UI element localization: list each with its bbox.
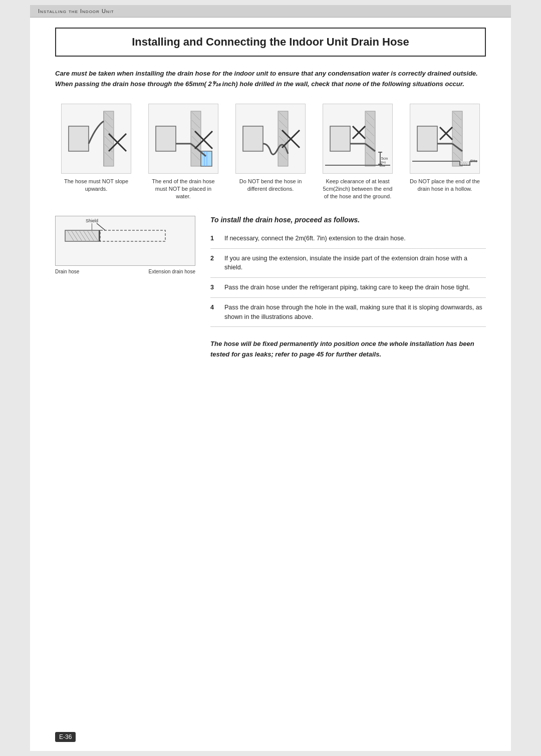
right-instructions: To install the drain hose, proceed as fo… — [210, 216, 486, 360]
svg-rect-32 — [243, 126, 263, 151]
drain-hose-label: Drain hose — [55, 269, 79, 274]
page-number: E-36 — [55, 732, 76, 742]
header-label: Installing the Indoor Unit — [38, 8, 114, 14]
diagram-item-2: The end of the drain hose must NOT be pl… — [142, 104, 224, 201]
diagram-caption-4: Keep clearance of at least 5cm(2inch) be… — [323, 178, 393, 201]
extension-label: Extension drain hose — [149, 269, 195, 274]
hose-diagram-box: Shield — [55, 216, 195, 266]
instruction-num-1: 1 — [210, 234, 218, 243]
header-bar: Installing the Indoor Unit — [30, 5, 511, 18]
instruction-num-2: 2 — [210, 254, 218, 273]
diagrams-row: The hose must NOT slope upwards. — [55, 104, 486, 201]
intro-text: Care must be taken when installing the d… — [55, 69, 486, 90]
diagram-box-3 — [235, 104, 306, 174]
page-title: Installing and Connecting the Indoor Uni… — [55, 28, 486, 57]
instruction-text-3: Pass the drain hose under the refrigeran… — [224, 283, 470, 292]
svg-rect-18 — [156, 126, 176, 151]
diagram-box-1 — [61, 104, 131, 174]
diagram-caption-3: Do NOT bend the hose in different direct… — [235, 178, 306, 193]
instruction-row-3: 3 Pass the drain hose under the refriger… — [210, 278, 486, 298]
diagram-item-3: Do NOT bend the hose in different direct… — [229, 104, 312, 201]
svg-text:5cm: 5cm — [381, 157, 388, 160]
instruction-row-1: 1 If necessary, connect the 2m(6ft. 7in)… — [210, 229, 486, 249]
diagram-item-4: 5cm (2in) less Keep clearance of at leas… — [317, 104, 399, 201]
page: Installing the Indoor Unit Installing an… — [30, 5, 511, 751]
hose-diagram-container: Shield — [55, 216, 195, 360]
instructions-title: To install the drain hose, proceed as fo… — [210, 216, 486, 224]
diagram-caption-2: The end of the drain hose must NOT be pl… — [148, 178, 218, 201]
diagram-caption-5: Do NOT place the end of the drain hose i… — [410, 178, 480, 193]
diagram-box-2 — [148, 104, 218, 174]
instruction-num-4: 4 — [210, 303, 218, 322]
svg-text:(2in): (2in) — [380, 161, 386, 164]
instruction-text-4: Pass the drain hose through the hole in … — [224, 303, 486, 322]
lower-section: Shield — [55, 216, 486, 360]
content: Installing and Connecting the Indoor Uni… — [30, 18, 511, 380]
hose-diagram-labels: Drain hose Extension drain hose — [55, 269, 195, 274]
instruction-row-4: 4 Pass the drain hose through the hole i… — [210, 298, 486, 327]
svg-text:less: less — [380, 164, 385, 167]
svg-rect-78 — [100, 230, 165, 241]
instruction-text-2: If you are using the extension, insulate… — [224, 254, 486, 273]
diagram-item-1: The hose must NOT slope upwards. — [55, 104, 137, 201]
diagram-box-5: Ditch — [410, 104, 480, 174]
svg-rect-60 — [417, 126, 437, 151]
diagram-box-4: 5cm (2in) less — [323, 104, 393, 174]
svg-rect-42 — [330, 126, 350, 151]
instruction-text-1: If necessary, connect the 2m(6ft. 7in) e… — [224, 234, 406, 243]
instruction-num-3: 3 — [210, 283, 218, 292]
instruction-row-2: 2 If you are using the extension, insula… — [210, 249, 486, 278]
svg-line-80 — [97, 223, 105, 230]
svg-rect-8 — [69, 126, 89, 151]
diagram-item-5: Ditch Do NOT place the end of the drain … — [404, 104, 486, 201]
diagram-caption-1: The hose must NOT slope upwards. — [61, 178, 131, 193]
footer-note: The hose will be fixed permanently into … — [210, 339, 486, 360]
